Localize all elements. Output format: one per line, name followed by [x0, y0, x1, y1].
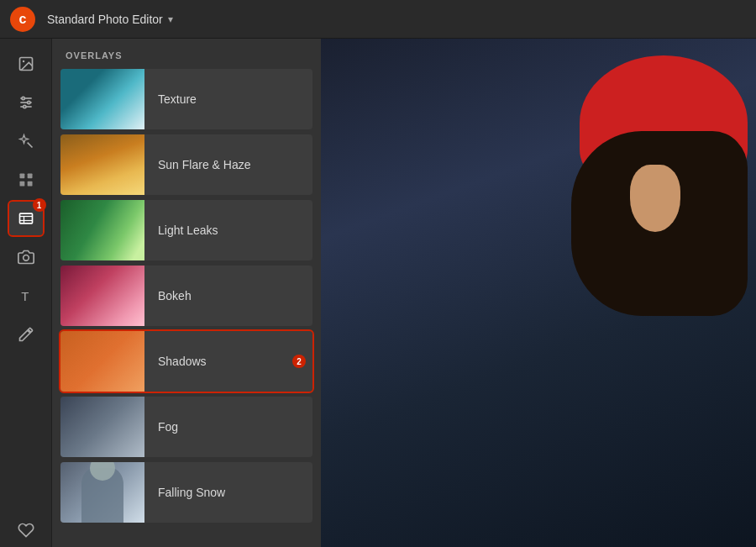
svg-point-17: [23, 255, 29, 261]
magic-icon-btn[interactable]: [9, 124, 43, 158]
app-logo: c: [10, 7, 35, 32]
overlay-thumb-lightleaks: [60, 200, 144, 260]
overlay-label-lightleaks: Light Leaks: [144, 224, 218, 237]
grid-icon-btn[interactable]: [9, 163, 43, 197]
svg-rect-10: [27, 174, 32, 179]
canvas-area: [321, 39, 756, 547]
shadows-badge: 2: [292, 355, 306, 368]
face: [630, 165, 680, 232]
svg-point-6: [27, 101, 29, 103]
brush-icon-btn[interactable]: [9, 318, 43, 351]
overlay-item-texture[interactable]: Texture: [60, 69, 312, 129]
main-area: 1 T OVERLAYS Texture: [0, 39, 756, 547]
svg-rect-11: [19, 181, 24, 187]
svg-point-7: [23, 105, 25, 108]
overlay-thumb-texture: [60, 69, 144, 129]
svg-point-1: [22, 60, 24, 63]
panels-sidebar: OVERLAYS Texture Sun Flare & Haze Light …: [52, 39, 321, 547]
overlay-item-fog[interactable]: Fog: [60, 397, 312, 457]
subject-figure: [571, 55, 748, 392]
overlay-label-bokeh: Bokeh: [144, 289, 192, 302]
text-icon-btn[interactable]: T: [9, 279, 43, 313]
heart-icon-btn[interactable]: [9, 513, 43, 547]
app-title: Standard Photo Editor: [47, 13, 163, 26]
topbar: c Standard Photo Editor ▾: [0, 0, 756, 39]
overlays-list: Texture Sun Flare & Haze Light Leaks Bok…: [52, 69, 321, 547]
overlay-thumb-shadows: [60, 331, 144, 392]
overlay-item-lightleaks[interactable]: Light Leaks: [60, 200, 312, 260]
overlay-thumb-sunflare: [60, 134, 144, 195]
overlay-thumb-bokeh: [60, 266, 144, 326]
overlay-label-texture: Texture: [144, 92, 197, 106]
adjustments-icon-btn[interactable]: [9, 86, 43, 119]
overlay-item-sunflare[interactable]: Sun Flare & Haze: [60, 134, 312, 195]
camera-icon-btn[interactable]: [9, 240, 43, 274]
overlay-thumb-fallingsnow: [60, 462, 144, 523]
overlay-item-fallingsnow[interactable]: Falling Snow: [60, 462, 312, 523]
overlay-label-shadows: Shadows: [144, 355, 207, 368]
photo-background: [321, 39, 756, 547]
section-header: OVERLAYS: [52, 39, 321, 69]
svg-rect-12: [27, 181, 32, 187]
overlay-thumb-fog: [60, 397, 144, 457]
overlay-label-sunflare: Sun Flare & Haze: [144, 158, 251, 171]
title-chevron[interactable]: ▾: [168, 13, 173, 25]
overlays-badge: 1: [33, 198, 46, 212]
overlay-label-fallingsnow: Falling Snow: [144, 486, 225, 499]
image-icon-btn[interactable]: [9, 47, 43, 81]
icon-bar: 1 T: [0, 39, 52, 547]
svg-rect-13: [19, 213, 32, 224]
svg-point-5: [22, 97, 24, 99]
svg-line-8: [27, 143, 32, 148]
overlay-label-fog: Fog: [144, 420, 178, 434]
overlay-item-bokeh[interactable]: Bokeh: [60, 266, 312, 326]
overlays-icon-btn[interactable]: 1: [9, 202, 43, 235]
overlay-item-shadows[interactable]: Shadows 2: [60, 331, 312, 392]
svg-rect-9: [19, 174, 24, 179]
svg-text:T: T: [21, 289, 29, 303]
